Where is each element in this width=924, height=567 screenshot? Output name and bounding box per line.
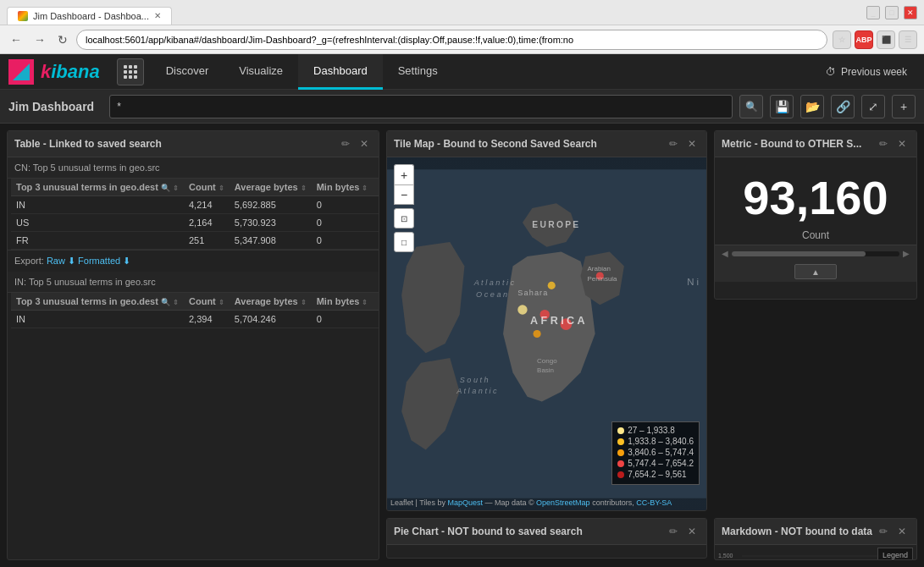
pie-panel-header: Pie Chart - NOT bound to saved search ✏ …: [387, 519, 706, 545]
reload-btn[interactable]: ↻: [54, 31, 71, 48]
col-term-header[interactable]: Top 3 unusual terms in geo.dest 🔍 ⇕: [11, 179, 184, 196]
in-col-term-header[interactable]: Top 3 unusual terms in geo.dest 🔍 ⇕: [11, 293, 184, 311]
tilemap-panel-title: Tile Map - Bound to Second Saved Search: [394, 138, 666, 150]
nav-discover[interactable]: Discover: [151, 54, 224, 90]
metric-nav-btn[interactable]: ▲: [794, 264, 837, 279]
back-btn[interactable]: ←: [7, 31, 25, 48]
tab-close-btn[interactable]: ✕: [154, 11, 161, 20]
pie-edit-btn[interactable]: ✏: [666, 524, 681, 539]
bookmark-btn[interactable]: ☆: [833, 30, 851, 49]
raw-link[interactable]: Raw ⬇: [47, 256, 75, 266]
search-btn[interactable]: 🔍: [739, 95, 763, 118]
table-row: IN 4,214 5,692.885 0 19,884: [11, 196, 379, 214]
cn-table-wrapper: Top 3 unusual terms in geo.dest 🔍 ⇕ Coun…: [8, 179, 379, 250]
legend-title: Legend: [883, 551, 908, 559]
search-input[interactable]: [109, 95, 733, 118]
legend-color-1: [617, 427, 624, 434]
kibana-app: kibana Discover Visualize Dashboard Sett…: [0, 54, 924, 567]
leaflet-text: Leaflet: [390, 498, 413, 507]
expand-btn[interactable]: ⤢: [861, 95, 885, 118]
time-label: Previous week: [841, 66, 907, 78]
pie-close-btn[interactable]: ✕: [684, 524, 700, 539]
adblock-btn[interactable]: ABP: [855, 30, 873, 49]
svg-point-6: [534, 330, 541, 338]
cell-min: 0: [312, 311, 373, 328]
add-btn[interactable]: +: [892, 95, 916, 118]
legend-color-5: [617, 471, 624, 478]
in-col-maxbytes-header[interactable]: Max bytes ⇕: [373, 293, 379, 311]
pie-panel: Pie Chart - NOT bound to saved search ✏ …: [386, 518, 707, 559]
table-panel: Table - Linked to saved search ✏ ✕ CN: T…: [7, 130, 379, 560]
in-table-wrapper: Top 3 unusual terms in geo.dest 🔍 ⇕ Coun…: [8, 293, 379, 328]
table-edit-btn[interactable]: ✏: [338, 136, 353, 151]
cell-max: 19,889: [373, 311, 379, 328]
legend-color-4: [617, 460, 624, 467]
metric-scroll-track[interactable]: [732, 251, 899, 256]
time-picker-btn[interactable]: ⏱ Previous week: [817, 66, 916, 78]
cn-table: Top 3 unusual terms in geo.dest 🔍 ⇕ Coun…: [11, 179, 379, 250]
table-panel-body: CN: Top 5 unusual terms in geo.src Top 3…: [8, 157, 379, 559]
close-btn[interactable]: ✕: [904, 6, 917, 19]
kibana-logo-icon: [8, 59, 34, 85]
table-close-btn[interactable]: ✕: [357, 136, 372, 151]
pie-panel-title: Pie Chart - NOT bound to saved search: [394, 526, 666, 537]
maximize-btn[interactable]: □: [885, 6, 899, 19]
address-bar[interactable]: [76, 30, 827, 50]
ccbysa-link[interactable]: CC-BY-SA: [636, 498, 672, 507]
legend-item-2: 1,933.8 – 3,840.6: [617, 437, 694, 446]
legend-label-3: 3,840.6 – 5,747.4: [628, 448, 694, 457]
apps-menu-btn[interactable]: [117, 58, 144, 85]
map-attribution: Leaflet | Tiles by MapQuest — Map data ©…: [390, 498, 672, 507]
in-col-avgbytes-header[interactable]: Average bytes ⇕: [230, 293, 312, 311]
active-tab[interactable]: Jim Dashboard - Dashboa... ✕: [7, 7, 172, 25]
kibana-nav: Discover Visualize Dashboard Settings: [151, 54, 453, 90]
tab-favicon: [18, 11, 28, 21]
osm-link[interactable]: OpenStreetMap: [536, 498, 590, 507]
svg-text:Arabian: Arabian: [587, 265, 611, 272]
map-square-btn[interactable]: □: [394, 232, 414, 252]
minimize-btn[interactable]: _: [866, 6, 880, 19]
forward-btn[interactable]: →: [30, 31, 49, 48]
pie-panel-actions: ✏ ✕: [666, 524, 700, 539]
mapquest-link[interactable]: MapQuest: [447, 498, 483, 507]
nav-settings[interactable]: Settings: [383, 54, 453, 90]
cell-avg: 5,730.923: [230, 214, 312, 232]
legend-label-5: 7,654.2 – 9,561: [628, 470, 687, 479]
nav-dashboard[interactable]: Dashboard: [298, 54, 383, 90]
col-avgbytes-header[interactable]: Average bytes ⇕: [230, 179, 312, 196]
legend-color-3: [617, 449, 624, 456]
load-btn[interactable]: 📂: [800, 95, 824, 118]
metric-scroll-right[interactable]: ▶: [899, 249, 913, 258]
table-row: US 2,164 5,730.923 0 19,997: [11, 214, 379, 232]
zoom-in-btn[interactable]: +: [394, 164, 414, 184]
share-btn[interactable]: 🔗: [831, 95, 855, 118]
col-count-header[interactable]: Count ⇕: [184, 179, 230, 196]
zoom-out-btn[interactable]: −: [394, 184, 414, 205]
tab-title: Jim Dashboard - Dashboa...: [33, 11, 149, 21]
markdown-close-btn[interactable]: ✕: [894, 524, 910, 539]
add-icon: +: [900, 100, 907, 113]
col-minbytes-header[interactable]: Min bytes ⇕: [312, 179, 373, 196]
col-maxbytes-header[interactable]: Max bytes ⇕: [373, 179, 379, 196]
ext-btn-2[interactable]: ⬛: [877, 30, 895, 49]
metric-scroll-left[interactable]: ◀: [718, 249, 732, 258]
metric-close-btn[interactable]: ✕: [894, 136, 910, 151]
save-icon: 💾: [775, 100, 789, 113]
formatted-link[interactable]: Formatted ⬇: [78, 256, 130, 266]
legend-color-2: [617, 438, 624, 445]
browser-titlebar: Jim Dashboard - Dashboa... ✕ _ □ ✕: [0, 0, 924, 25]
cell-term: IN: [11, 311, 184, 328]
map-fit-btn[interactable]: ⊡: [394, 208, 414, 228]
svg-text:Sahara: Sahara: [517, 289, 548, 297]
browser-chrome: Jim Dashboard - Dashboa... ✕ _ □ ✕ ← → ↻…: [0, 0, 924, 54]
nav-visualize[interactable]: Visualize: [224, 54, 298, 90]
save-btn[interactable]: 💾: [770, 95, 794, 118]
export-row: Export: Raw ⬇ Formatted ⬇: [8, 250, 379, 272]
metric-edit-btn[interactable]: ✏: [876, 136, 891, 151]
tilemap-close-btn[interactable]: ✕: [684, 136, 700, 151]
in-col-minbytes-header[interactable]: Min bytes ⇕: [312, 293, 373, 311]
markdown-edit-btn[interactable]: ✏: [876, 524, 891, 539]
menu-btn[interactable]: ☰: [899, 30, 917, 49]
tilemap-edit-btn[interactable]: ✏: [666, 136, 681, 151]
in-col-count-header[interactable]: Count ⇕: [184, 293, 230, 311]
